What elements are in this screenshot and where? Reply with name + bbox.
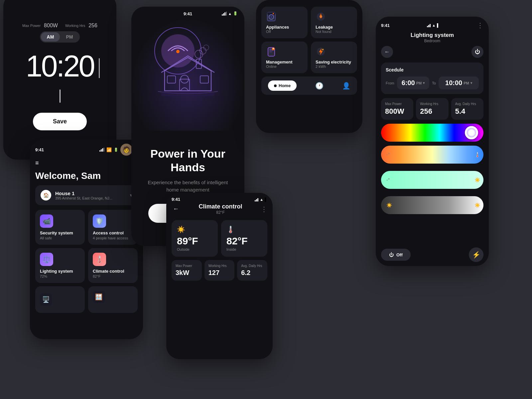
avg-daily-box-label: Avg. Daily Hrs — [455, 102, 479, 106]
warm-cool-slider[interactable]: -° ☀️ — [381, 171, 483, 189]
inside-label: Inside — [226, 247, 236, 251]
extra-card-1[interactable]: 🖥️ — [35, 286, 85, 313]
weather-icon: ☀️ — [177, 225, 185, 233]
lighting-time: 9:41 — [381, 23, 390, 28]
to-chevron: ▾ — [470, 81, 472, 85]
max-power-stat-label: Max Power — [176, 264, 198, 268]
onboard-illustration — [131, 18, 244, 131]
from-time-picker[interactable]: 6:00 PM ▾ — [397, 76, 430, 89]
svg-point-2 — [176, 50, 180, 53]
svg-point-18 — [320, 15, 322, 18]
more-options-button[interactable]: ⋮ — [261, 205, 267, 213]
battery-icon: 🔋 — [114, 148, 118, 152]
am-button[interactable]: AM — [41, 32, 60, 42]
svg-point-28 — [322, 49, 324, 50]
extra-card-2[interactable]: 🪟 — [88, 286, 138, 313]
phone-lighting: 9:41 ▲ ▌ ⋮ Lighting system Bedroom ← ⏻ — [376, 17, 489, 266]
house-illustration-svg — [145, 24, 231, 124]
from-period: PM — [416, 81, 422, 85]
saving-title: Saving electricity — [316, 60, 352, 65]
schedule-section: Scedule From 6:00 PM ▾ To 10:00 PM ▾ — [381, 63, 483, 94]
to-period: PM — [464, 81, 469, 85]
indoor-icon: 🌡️ — [226, 225, 235, 233]
to-label: To — [432, 81, 436, 85]
am-pm-toggle[interactable]: AM PM — [40, 31, 80, 43]
lighting-title: Lighting system — [381, 32, 483, 39]
battery-icon: 🔋 — [233, 11, 238, 16]
lighting-card[interactable]: ⚖️ Lighting system 72% — [35, 248, 85, 283]
spectrum-thumb[interactable] — [465, 126, 478, 139]
clock-screen: Max Power 800W Working Hrs 256 AM PM 10:… — [3, 0, 116, 160]
saving-electricity-card[interactable]: Saving electricity 2 kWh — [311, 42, 357, 73]
power-button[interactable]: ⏻ — [471, 46, 483, 58]
management-title: Management — [266, 60, 303, 65]
lighting-title: Lighting system — [40, 269, 80, 274]
outside-temp-card: ☀️ 89°F Outside — [172, 220, 218, 257]
climate-icon: 🌡️ — [93, 253, 106, 266]
lighting-bottom-bar: ⏻ Off ⚡ — [376, 245, 489, 266]
wifi-icon: ▲ — [260, 198, 263, 201]
climate-subtitle: 82°F — [93, 274, 133, 278]
onboard-title: Power in Your Hands — [141, 147, 234, 174]
access-title: Access control — [93, 230, 133, 235]
schedule-nav-icon[interactable]: 🕐 — [315, 82, 324, 90]
climate-card[interactable]: 🌡️ Climate control 82°F — [88, 248, 138, 283]
time-slider-indicator[interactable] — [60, 89, 61, 103]
appliances-screen: Appliances Off Leakage Not found — [256, 0, 362, 133]
avg-daily-label: Avg. Daily Hrs — [241, 264, 263, 268]
working-hrs-stat: Working Hrs 127 — [204, 260, 235, 281]
svg-point-14 — [273, 13, 274, 14]
climate-screen: 9:41 ▲ ▌ ← Climate control 82°F ⋮ ☀️ 89°… — [166, 193, 273, 359]
max-power-box-val: 800W — [385, 107, 409, 116]
to-time-picker[interactable]: 10:00 PM ▾ — [439, 76, 479, 89]
spectrum-inner — [467, 128, 476, 137]
svg-rect-22 — [269, 52, 272, 52]
profile-nav-icon[interactable]: 👤 — [342, 82, 350, 90]
climate-title: Climate control — [93, 269, 133, 274]
onboard-status-icons: ▲ 🔋 — [222, 11, 238, 16]
brightness-slider[interactable]: ☀️ ☀️ — [381, 196, 483, 214]
svg-rect-21 — [269, 50, 273, 51]
management-sub: Online — [266, 65, 303, 68]
access-control-card[interactable]: 🛡️ Access control 4 people have access — [88, 210, 138, 245]
climate-title-group: Climate control 82°F — [199, 203, 242, 215]
lightning-button[interactable]: ⚡ — [469, 247, 483, 262]
house-icon: 🏠 — [41, 190, 51, 200]
clock-top-stats: Max Power 800W Working Hrs 256 — [22, 23, 97, 29]
management-card[interactable]: Management Online — [261, 42, 308, 73]
home-nav-label: Home — [279, 83, 291, 88]
from-time-val: 6:00 — [402, 79, 415, 87]
security-icon: 📹 — [40, 214, 53, 228]
appliances-sub: Off — [266, 30, 303, 34]
to-time-val: 10:00 — [445, 79, 462, 87]
more-options-button[interactable]: ⋮ — [477, 21, 483, 29]
security-card[interactable]: 📹 Security system All safe — [35, 210, 85, 245]
home-nav-button[interactable]: Home — [268, 80, 297, 91]
color-temperature-slider[interactable]: -° 🌡️ — [381, 146, 483, 164]
climate-time: 9:41 — [172, 197, 180, 202]
working-hrs-label: Working Hrs — [65, 24, 85, 28]
max-power-label: Max Power — [22, 24, 41, 28]
leakage-card[interactable]: Leakage Not found — [311, 7, 357, 38]
pm-button[interactable]: PM — [60, 32, 79, 42]
house-selector-card[interactable]: 🏠 House 1 395 Amherst St, East Orange, N… — [35, 185, 138, 205]
working-hrs-label: Working Hrs — [208, 264, 231, 268]
appliances-card[interactable]: Appliances Off — [261, 7, 308, 38]
lighting-title-section: Lighting system Bedroom — [376, 31, 489, 46]
from-label: From — [386, 81, 394, 85]
max-power-stat-val: 3kW — [176, 269, 198, 277]
save-button[interactable]: Save — [33, 113, 87, 130]
back-button[interactable]: ← — [381, 46, 393, 58]
security-subtitle: All safe — [40, 236, 80, 240]
hamburger-menu[interactable]: ≡ — [30, 157, 143, 169]
feature-grid: 📹 Security system All safe 🛡️ Access con… — [30, 210, 143, 283]
svg-rect-5 — [200, 76, 208, 83]
lighting-status-bar: 9:41 ▲ ▌ ⋮ — [376, 17, 489, 31]
back-button[interactable]: ← — [172, 204, 180, 214]
house-name: House 1 — [55, 191, 126, 196]
color-spectrum-slider[interactable] — [381, 124, 483, 142]
onboard-status-bar: 9:41 ▲ 🔋 — [131, 7, 244, 18]
off-button[interactable]: ⏻ Off — [381, 249, 411, 261]
phone-dashboard: 9:41 📶 🔋 🧑 ≡ Welcome, Sam 🏠 House 1 395 … — [30, 140, 143, 339]
climate-stats: Max Power 3kW Working Hrs 127 Avg. Daily… — [166, 260, 273, 284]
